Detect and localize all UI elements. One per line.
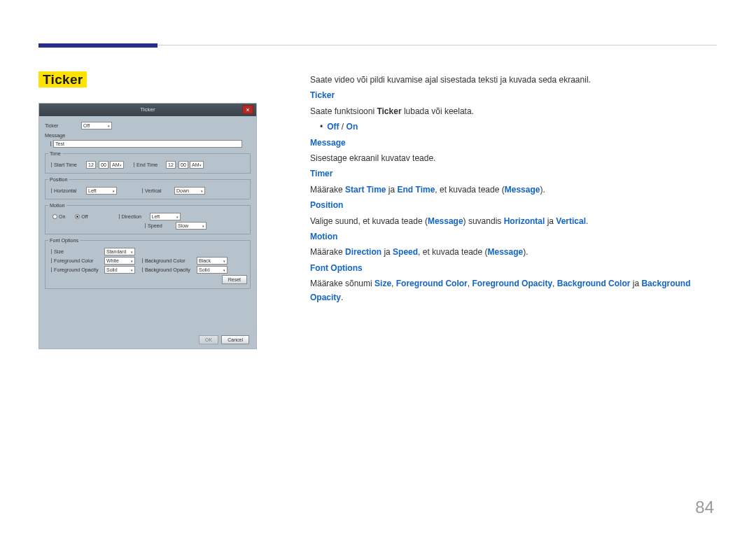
end-ampm-select[interactable]: AM▾ [190,161,204,169]
page-number: 84 [695,498,714,517]
chevron-down-icon: ▾ [113,189,115,193]
message-label: Message [45,132,81,139]
divider-icon [51,188,52,193]
motion-text: Määrake Direction ja Speed, et kuvada te… [310,245,718,259]
chevron-down-icon: ▾ [131,259,133,263]
ticker-dialog: Ticker × Ticker Off▾ Message Test [38,103,257,349]
divider-icon [51,267,52,272]
ticker-select[interactable]: Off▾ [81,122,112,129]
divider-icon [145,223,146,228]
divider-icon [119,214,120,219]
bgopacity-label: Background Opacity [145,267,197,273]
dialog-titlebar: Ticker × [39,104,256,116]
vertical-select[interactable]: Down▾ [174,187,205,195]
fgopacity-select[interactable]: Solid▾ [104,266,135,274]
font-options-text: Määrake sõnumi Size, Foreground Color, F… [310,276,718,305]
divider-icon [51,162,52,167]
chevron-down-icon: ▾ [223,268,225,272]
chevron-down-icon: ▾ [223,259,225,263]
horizontal-select[interactable]: Left▾ [86,187,117,195]
motion-off-radio[interactable]: Off [75,214,88,219]
vertical-label: Vertical [145,188,174,194]
chevron-down-icon: ▾ [201,189,203,193]
start-min-stepper[interactable]: 00 [99,161,108,169]
start-time-label: Start Time [54,162,86,168]
start-ampm-select[interactable]: AM▾ [110,161,124,169]
position-group: Position Horizontal Left▾ Vertical Down▾ [45,176,251,199]
direction-label: Direction [122,213,150,220]
divider-icon [142,267,143,272]
start-hour-stepper[interactable]: 12 [86,161,96,169]
ticker-heading: Ticker [310,88,718,102]
close-icon[interactable]: × [242,105,253,114]
dialog-title: Ticker [140,106,155,113]
direction-select[interactable]: Left▾ [150,213,181,220]
size-select[interactable]: Standard▾ [104,248,135,255]
end-hour-stepper[interactable]: 12 [166,161,176,169]
message-text: Sisestage ekraanil kuvatav teade. [310,151,718,165]
motion-legend: Motion [48,202,66,209]
position-heading: Position [310,198,718,212]
reset-button[interactable]: Reset [222,275,247,284]
section-title: Ticker [38,72,298,87]
ok-button[interactable]: OK [199,335,218,344]
bgcolor-select[interactable]: Black▾ [197,257,227,265]
position-text: Valige suund, et kuvada teade (Message) … [310,214,718,228]
position-legend: Position [48,176,69,183]
radio-icon [52,214,57,219]
end-time-label: End Time [136,162,166,168]
cancel-button[interactable]: Cancel [221,335,249,344]
fgopacity-label: Foreground Opacity [54,267,104,273]
font-legend: Font Options [48,237,80,244]
chevron-down-icon: ▾ [131,250,133,254]
divider-icon [51,258,52,263]
off-on-bullet: Off / On [320,120,718,134]
divider-icon [51,249,52,254]
message-input[interactable]: Test [53,140,242,148]
radio-icon [75,214,80,219]
motion-on-radio[interactable]: On [52,214,65,219]
font-options-group: Font Options Size Standard▾ Foreground C… [45,237,251,289]
motion-group: Motion On Off Direction Left▾ S [45,202,251,234]
timer-heading: Timer [310,167,718,181]
chevron-down-icon: ▾ [108,124,110,128]
time-group: Time Start Time 12 : 00 AM▾ End Time 12 … [45,150,251,174]
timer-text: Määrake Start Time ja End Time, et kuvad… [310,183,718,197]
end-min-stepper[interactable]: 00 [178,161,188,169]
divider-icon [142,188,143,193]
header-accent [38,43,158,48]
divider-icon [134,162,134,167]
bgcolor-label: Background Color [145,258,197,264]
ticker-text: Saate funktsiooni Ticker lubada või keel… [310,104,718,118]
font-options-heading: Font Options [310,261,718,275]
speed-label: Speed [148,223,176,229]
size-label: Size [54,248,104,255]
chevron-down-icon: ▾ [200,163,202,167]
time-legend: Time [48,150,62,157]
divider-icon [142,258,143,263]
chevron-down-icon: ▾ [131,268,133,272]
fgcolor-label: Foreground Color [54,258,104,264]
chevron-down-icon: ▾ [202,224,204,228]
message-heading: Message [310,136,718,150]
motion-heading: Motion [310,230,718,244]
bgopacity-select[interactable]: Solid▾ [197,266,227,274]
chevron-down-icon: ▾ [176,215,178,219]
chevron-down-icon: ▾ [120,163,122,167]
divider-icon [50,141,51,146]
ticker-label: Ticker [45,122,81,129]
fgcolor-select[interactable]: White▾ [104,257,135,265]
horizontal-label: Horizontal [54,188,86,194]
intro-text: Saate video või pildi kuvamise ajal sise… [310,73,718,87]
speed-select[interactable]: Slow▾ [176,222,206,230]
